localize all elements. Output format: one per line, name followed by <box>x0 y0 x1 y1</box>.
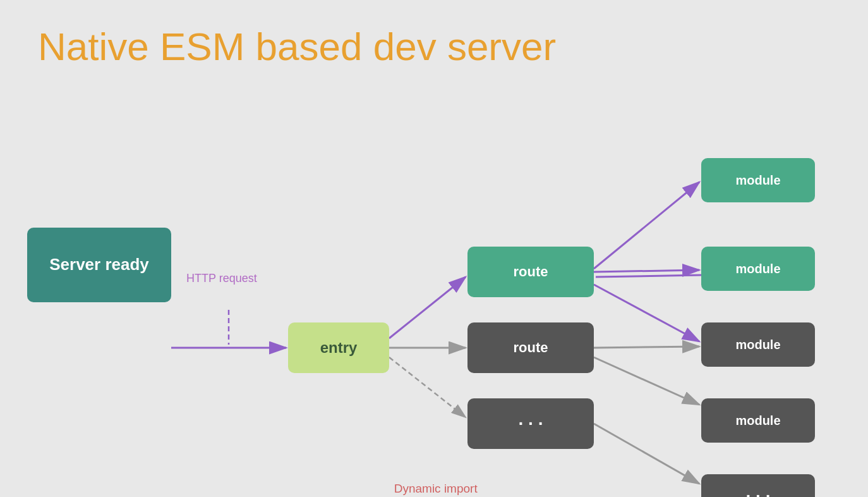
svg-line-10 <box>596 275 701 277</box>
svg-line-8 <box>594 182 699 269</box>
svg-line-14 <box>594 424 699 484</box>
module-4-box: module <box>701 398 815 443</box>
svg-line-12 <box>594 285 699 341</box>
dynamic-import-label: Dynamic import (code split point) <box>392 481 479 497</box>
module-3-box: module <box>701 322 815 367</box>
entry-box: entry <box>288 322 389 373</box>
route-dark-box: route <box>467 322 594 373</box>
svg-line-7 <box>389 357 466 417</box>
server-ready-box: Server ready <box>27 228 171 302</box>
svg-line-13 <box>594 357 699 405</box>
svg-line-5 <box>389 277 466 338</box>
module-2-box: module <box>701 247 815 291</box>
dots-2-box: · · · <box>701 474 815 497</box>
dots-dark-box: · · · <box>467 398 594 449</box>
svg-line-11 <box>594 347 699 348</box>
slide: Native ESM based dev server <box>0 0 868 497</box>
module-1-box: module <box>701 158 815 202</box>
route-purple-box: route <box>467 247 594 297</box>
diagram: Server ready HTTP request entry route ro… <box>0 82 868 497</box>
slide-title: Native ESM based dev server <box>38 25 830 68</box>
svg-line-9 <box>594 270 699 272</box>
http-request-label: HTTP request <box>186 272 257 285</box>
